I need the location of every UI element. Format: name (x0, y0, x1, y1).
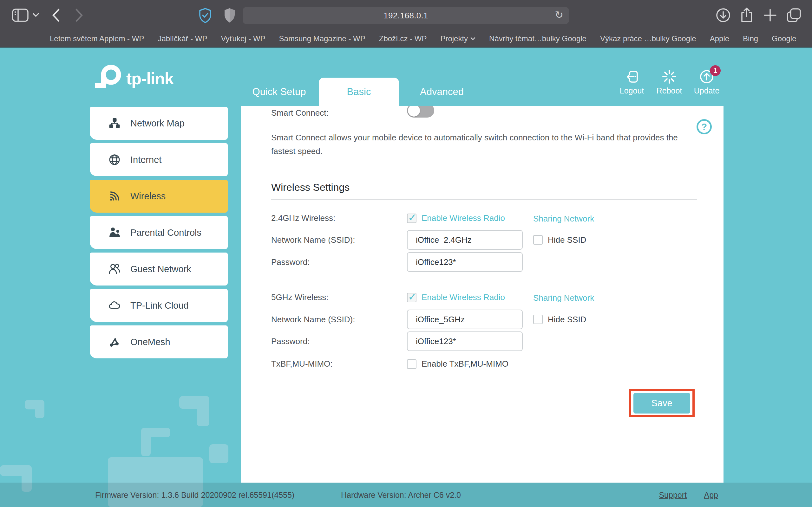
sidebar-label: Guest Network (131, 264, 191, 274)
sharing-network-label: Sharing Network (533, 293, 594, 303)
tplink-cloud-icon (109, 300, 120, 311)
sharing-network-label: Sharing Network (533, 214, 594, 224)
bookmark-item[interactable]: Bing (743, 34, 758, 43)
tab-overview-button[interactable] (786, 8, 802, 23)
tab-quick-setup[interactable]: Quick Setup (246, 78, 312, 106)
bookmark-item[interactable]: Google (772, 34, 796, 43)
band5-ssid-input[interactable] (407, 309, 523, 329)
txbf-enable-label: Enable TxBF,MU-MIMO (421, 359, 508, 369)
save-button[interactable]: Save (633, 393, 690, 413)
support-link[interactable]: Support (659, 490, 687, 499)
band5-sharing-link[interactable]: Sharing Network (533, 292, 594, 303)
sidebar-item-tplink-cloud[interactable]: TP-Link Cloud (90, 289, 228, 322)
bookmarks-bar: Letem světem Applem - WP Jablíčkář - WP … (0, 31, 812, 48)
smart-connect-toggle[interactable] (407, 106, 434, 118)
chevron-down-icon (470, 37, 475, 40)
bookmark-item[interactable]: Letem světem Applem - WP (50, 34, 144, 43)
band5-password-input[interactable] (407, 331, 523, 351)
band24-hide-ssid-label: Hide SSID (548, 235, 586, 245)
sidebar-item-internet[interactable]: Internet (90, 143, 228, 176)
bookmark-item[interactable]: Vyťukej - WP (221, 34, 265, 43)
deco-square (35, 400, 44, 418)
band24-password-input[interactable] (407, 252, 523, 272)
address-bar[interactable]: 192.168.0.1 ↻ (243, 7, 569, 24)
parental-controls-icon (109, 227, 120, 238)
reload-icon[interactable]: ↻ (555, 9, 563, 21)
sidebar-label: Network Map (131, 118, 185, 129)
back-button[interactable] (51, 8, 60, 22)
bookmark-item[interactable]: Jablíčkář - WP (158, 34, 207, 43)
sidebar-item-guest-network[interactable]: Guest Network (90, 252, 228, 285)
logout-button[interactable]: Logout (617, 70, 647, 95)
tab-advanced[interactable]: Advanced (409, 78, 475, 106)
bookmark-folder-projekty[interactable]: Projekty (440, 34, 475, 43)
band24-enable-checkbox[interactable] (407, 214, 416, 223)
forward-button[interactable] (75, 8, 84, 22)
help-button[interactable]: ? (697, 119, 712, 134)
section-divider (271, 199, 697, 200)
band24-ssid-input[interactable] (407, 230, 523, 250)
share-button[interactable] (740, 7, 754, 23)
reboot-button[interactable]: Reboot (655, 70, 684, 95)
header-actions: Logout Reboot 1 (617, 70, 721, 95)
update-button[interactable]: 1 Update (692, 70, 721, 95)
sidebar-item-network-map[interactable]: Network Map (90, 107, 228, 140)
downloads-button[interactable] (716, 8, 731, 23)
content-panel: Smart Connect: Smart Connect allows your… (241, 106, 723, 483)
band24-sharing-link[interactable]: Sharing Network (533, 213, 594, 224)
firmware-version: Firmware Version: 1.3.6 Build 20200902 r… (95, 490, 294, 499)
save-annotation-box: Save (629, 389, 695, 417)
browser-chrome: 192.168.0.1 ↻ (0, 0, 812, 48)
bookmark-item[interactable]: Návrhy témat…bulky Google (489, 34, 587, 43)
shield-icon[interactable] (223, 8, 236, 23)
screen: 192.168.0.1 ↻ (0, 0, 812, 507)
sidebar-item-wireless[interactable]: Wireless (90, 180, 228, 213)
tplink-logo: tp-link (95, 64, 173, 93)
hardware-version: Hardware Version: Archer C6 v2.0 (341, 490, 461, 499)
update-label: Update (694, 86, 720, 95)
band5-password-label: Password: (271, 337, 407, 346)
bookmark-item[interactable]: Zboží.cz - WP (379, 34, 427, 43)
update-icon: 1 (700, 70, 714, 83)
smart-connect-description: Smart Connect allows your mobile device … (271, 131, 698, 158)
tplink-logo-mark (95, 64, 122, 93)
app-link[interactable]: App (704, 490, 718, 499)
band5-hide-ssid: Hide SSID (533, 314, 586, 325)
new-tab-button[interactable] (763, 8, 777, 22)
band5-enable-row: 5GHz Wireless: Enable Wireless Radio (271, 292, 505, 302)
bookmark-label: Projekty (440, 34, 468, 43)
band24-hide-ssid: Hide SSID (533, 234, 586, 245)
privacy-shield-check-icon[interactable] (199, 8, 212, 23)
band24-ssid-label: Network Name (SSID): (271, 235, 407, 245)
bookmark-item[interactable]: Samsung Magazine - WP (279, 34, 365, 43)
band24-hide-ssid-checkbox[interactable] (533, 235, 543, 245)
bookmark-item[interactable]: Výkaz práce …bulky Google (600, 34, 696, 43)
router-admin-page: tp-link Quick Setup Basic Advanced Logou… (0, 48, 812, 507)
question-mark-icon: ? (701, 122, 707, 132)
bookmark-item[interactable]: Apple (710, 34, 729, 43)
section-title: Wireless Settings (271, 181, 350, 193)
band24-enable-label[interactable]: Enable Wireless Radio (421, 213, 505, 223)
smart-connect-row: Smart Connect: (271, 108, 407, 118)
sidebar-toggle-icon[interactable] (12, 9, 29, 22)
reboot-label: Reboot (657, 86, 682, 95)
txbf-row: TxBF,MU-MIMO: Enable TxBF,MU-MIMO (271, 359, 508, 369)
band24-enable-row: 2.4GHz Wireless: Enable Wireless Radio (271, 213, 505, 223)
band5-label: 5GHz Wireless: (271, 292, 407, 302)
band5-hide-ssid-checkbox[interactable] (533, 315, 543, 324)
sidebar-chevron-down-icon[interactable] (32, 13, 39, 17)
band5-enable-label[interactable]: Enable Wireless Radio (421, 292, 505, 302)
tab-basic[interactable]: Basic (319, 78, 399, 107)
band5-ssid-row: Network Name (SSID): (271, 309, 523, 330)
band5-enable-checkbox[interactable] (407, 293, 416, 302)
band24-password-row: Password: (271, 252, 523, 272)
sidebar-item-parental-controls[interactable]: Parental Controls (90, 216, 228, 249)
band24-password-label: Password: (271, 257, 407, 267)
sidebar-item-onemesh[interactable]: OneMesh (90, 326, 228, 358)
txbf-checkbox[interactable] (407, 359, 416, 369)
txbf-label: TxBF,MU-MIMO: (271, 359, 407, 369)
logout-icon (625, 70, 639, 83)
sidebar-label: Internet (131, 155, 161, 165)
browser-toolbar: 192.168.0.1 ↻ (0, 0, 812, 31)
band5-hide-ssid-label: Hide SSID (548, 315, 586, 325)
